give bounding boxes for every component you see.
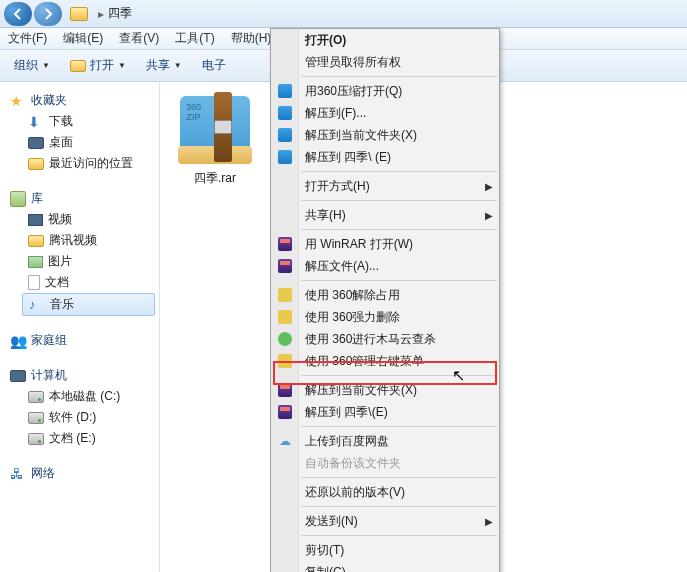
context-menu-item[interactable]: 解压到当前文件夹(X) xyxy=(271,124,499,146)
context-menu-item[interactable]: 发送到(N)▶ xyxy=(271,510,499,532)
homegroup-label: 家庭组 xyxy=(31,332,67,349)
nav-back-button[interactable] xyxy=(4,2,32,26)
g-icon xyxy=(277,331,293,347)
sidebar-item-recent[interactable]: 最近访问的位置 xyxy=(0,153,159,174)
submenu-arrow-icon: ▶ xyxy=(485,210,493,221)
toolbar-share[interactable]: 共享▼ xyxy=(138,54,190,77)
context-menu-item-label: 使用 360强力删除 xyxy=(305,309,400,326)
file-tile[interactable]: 360 ZIP 四季.rar xyxy=(170,92,260,187)
toolbar-organize[interactable]: 组织▼ xyxy=(6,54,58,77)
context-menu-item[interactable]: 解压到 四季\ (E) xyxy=(271,146,499,168)
drive-icon xyxy=(28,391,44,403)
nav-forward-button[interactable] xyxy=(34,2,62,26)
context-menu-item[interactable]: 使用 360进行木马云查杀 xyxy=(271,328,499,350)
libraries-header[interactable]: 库 xyxy=(0,188,159,209)
sidebar-item-videos[interactable]: 视频 xyxy=(0,209,159,230)
context-menu-item[interactable]: 打开方式(H)▶ xyxy=(271,175,499,197)
drive-icon xyxy=(28,412,44,424)
favorites-header[interactable]: ★ 收藏夹 xyxy=(0,90,159,111)
context-menu-item-label: 用 WinRAR 打开(W) xyxy=(305,236,413,253)
sidebar-libraries: 库 视频 腾讯视频 图片 文档 ♪ 音乐 xyxy=(0,188,159,316)
context-menu-item[interactable]: 解压到(F)... xyxy=(271,102,499,124)
sidebar-item-qqvideo[interactable]: 腾讯视频 xyxy=(0,230,159,251)
folder-icon xyxy=(28,235,44,247)
library-icon xyxy=(10,191,26,207)
360-icon xyxy=(277,105,293,121)
context-menu-separator xyxy=(301,426,497,427)
rar-icon xyxy=(277,236,293,252)
context-menu-item[interactable]: 共享(H)▶ xyxy=(271,204,499,226)
context-menu-item-label: 自动备份该文件夹 xyxy=(305,455,401,472)
download-icon: ⬇ xyxy=(28,114,44,130)
360-icon xyxy=(277,83,293,99)
context-menu-item-label: 用360压缩打开(Q) xyxy=(305,83,402,100)
context-menu-separator xyxy=(301,375,497,376)
desktop-icon xyxy=(28,137,44,149)
y-icon xyxy=(277,353,293,369)
context-menu-separator xyxy=(301,229,497,230)
context-menu-item[interactable]: 使用 360强力删除 xyxy=(271,306,499,328)
context-menu-separator xyxy=(301,535,497,536)
menu-file[interactable]: 文件(F) xyxy=(0,30,55,47)
context-menu-separator xyxy=(301,506,497,507)
context-menu-item[interactable]: 解压文件(A)... xyxy=(271,255,499,277)
context-menu-item: 自动备份该文件夹 xyxy=(271,452,499,474)
context-menu-item[interactable]: 还原以前的版本(V) xyxy=(271,481,499,503)
context-menu-item[interactable]: 管理员取得所有权 xyxy=(271,51,499,73)
context-menu-item[interactable]: 用 WinRAR 打开(W) xyxy=(271,233,499,255)
computer-header[interactable]: 计算机 xyxy=(0,365,159,386)
context-menu: 打开(O)管理员取得所有权用360压缩打开(Q)解压到(F)...解压到当前文件… xyxy=(270,28,500,572)
context-menu-separator xyxy=(301,171,497,172)
rar-icon xyxy=(277,382,293,398)
sidebar-item-documents[interactable]: 文档 xyxy=(0,272,159,293)
360-icon xyxy=(277,149,293,165)
sidebar-item-desktop[interactable]: 桌面 xyxy=(0,132,159,153)
toolbar-open[interactable]: 打开▼ xyxy=(62,54,134,77)
context-menu-item-label: 解压到当前文件夹(X) xyxy=(305,382,417,399)
music-icon: ♪ xyxy=(29,297,45,313)
folder-icon xyxy=(70,7,88,21)
sidebar-item-pictures[interactable]: 图片 xyxy=(0,251,159,272)
context-menu-item-label: 解压到 四季\ (E) xyxy=(305,149,391,166)
breadcrumb-current[interactable]: 四季 xyxy=(108,5,132,22)
submenu-arrow-icon: ▶ xyxy=(485,181,493,192)
context-menu-separator xyxy=(301,200,497,201)
toolbar-email[interactable]: 电子 xyxy=(194,54,234,77)
document-icon xyxy=(28,275,40,290)
sidebar-item-downloads[interactable]: ⬇ 下载 xyxy=(0,111,159,132)
360-icon xyxy=(277,127,293,143)
context-menu-item[interactable]: 解压到 四季\(E) xyxy=(271,401,499,423)
favorites-label: 收藏夹 xyxy=(31,92,67,109)
menu-edit[interactable]: 编辑(E) xyxy=(55,30,111,47)
sidebar: ★ 收藏夹 ⬇ 下载 桌面 最近访问的位置 库 视频 xyxy=(0,82,160,572)
context-menu-item-label: 管理员取得所有权 xyxy=(305,54,401,71)
network-label: 网络 xyxy=(31,465,55,482)
context-menu-item[interactable]: 剪切(T) xyxy=(271,539,499,561)
sidebar-item-drive-e[interactable]: 文档 (E:) xyxy=(0,428,159,449)
context-menu-item[interactable]: 上传到百度网盘☁ xyxy=(271,430,499,452)
context-menu-item[interactable]: 打开(O) xyxy=(271,29,499,51)
menu-view[interactable]: 查看(V) xyxy=(111,30,167,47)
rar-icon xyxy=(277,258,293,274)
context-menu-item[interactable]: 复制(C) xyxy=(271,561,499,572)
context-menu-item-label: 打开(O) xyxy=(305,32,346,49)
context-menu-item[interactable]: 用360压缩打开(Q) xyxy=(271,80,499,102)
sidebar-homegroup: 👥 家庭组 xyxy=(0,330,159,351)
homegroup-header[interactable]: 👥 家庭组 xyxy=(0,330,159,351)
cursor-icon: ↖ xyxy=(452,366,465,385)
sidebar-item-music[interactable]: ♪ 音乐 xyxy=(22,293,155,316)
context-menu-item-label: 共享(H) xyxy=(305,207,346,224)
archive-icon: 360 ZIP xyxy=(176,92,254,166)
toolbar-email-label: 电子 xyxy=(202,57,226,74)
sidebar-computer: 计算机 本地磁盘 (C:) 软件 (D:) 文档 (E:) xyxy=(0,365,159,449)
toolbar-open-label: 打开 xyxy=(90,57,114,74)
context-menu-item-label: 发送到(N) xyxy=(305,513,358,530)
network-header[interactable]: 🖧 网络 xyxy=(0,463,159,484)
menu-tools[interactable]: 工具(T) xyxy=(167,30,222,47)
sidebar-item-drive-d[interactable]: 软件 (D:) xyxy=(0,407,159,428)
context-menu-item[interactable]: 使用 360解除占用 xyxy=(271,284,499,306)
context-menu-item-label: 使用 360解除占用 xyxy=(305,287,400,304)
sidebar-item-drive-c[interactable]: 本地磁盘 (C:) xyxy=(0,386,159,407)
context-menu-item-label: 解压文件(A)... xyxy=(305,258,379,275)
y-icon xyxy=(277,287,293,303)
